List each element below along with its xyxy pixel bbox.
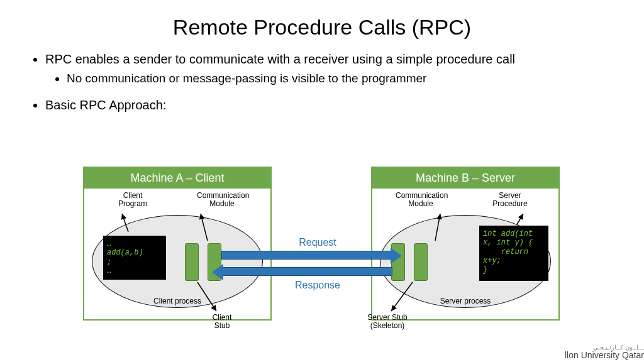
- svg-line-4: [517, 214, 523, 224]
- bullet-1a: No communication or message-passing is v…: [67, 71, 613, 87]
- server-process-label: Server process: [372, 297, 558, 305]
- slide-title: Remote Procedure Calls (RPC): [0, 0, 644, 40]
- client-stub-box: [185, 243, 199, 281]
- request-label: Request: [286, 237, 349, 248]
- response-label: Response: [286, 280, 349, 291]
- machine-b-box: Machine B – Server Communication Module …: [371, 167, 560, 321]
- machine-b-header: Machine B – Server: [372, 168, 558, 189]
- logo-text: llon University Qatar: [565, 351, 644, 359]
- request-arrow: [221, 251, 392, 260]
- server-code: int add(int x, int y) { return x+y; }: [479, 226, 548, 281]
- comm-module-a-label: Communication Module: [197, 192, 247, 208]
- client-code: … add(a,b) ; …: [103, 236, 166, 280]
- client-process-label: Client process: [84, 297, 270, 305]
- machine-a-header: Machine A – Client: [84, 168, 270, 189]
- server-stub-box: [414, 243, 428, 281]
- bullet-2: Basic RPC Approach:: [45, 97, 613, 113]
- machine-a-box: Machine A – Client Client Program Commun…: [83, 167, 272, 321]
- bullet-1: RPC enables a sender to communicate with…: [45, 51, 613, 67]
- client-stub-label: Client Stub: [206, 314, 238, 330]
- client-program-label: Client Program: [108, 192, 158, 208]
- bullet-list: RPC enables a sender to communicate with…: [0, 40, 644, 113]
- rpc-diagram: Machine A – Client Client Program Commun…: [0, 167, 644, 349]
- response-arrow: [221, 267, 392, 276]
- server-procedure-label: Server Procedure: [485, 192, 535, 208]
- university-logo: ـــلــون كــارنـيـجـي llon University Qa…: [565, 344, 644, 359]
- comm-module-b-label: Communication Module: [396, 192, 446, 208]
- server-stub-label: Server Stub (Skeleton): [362, 314, 413, 330]
